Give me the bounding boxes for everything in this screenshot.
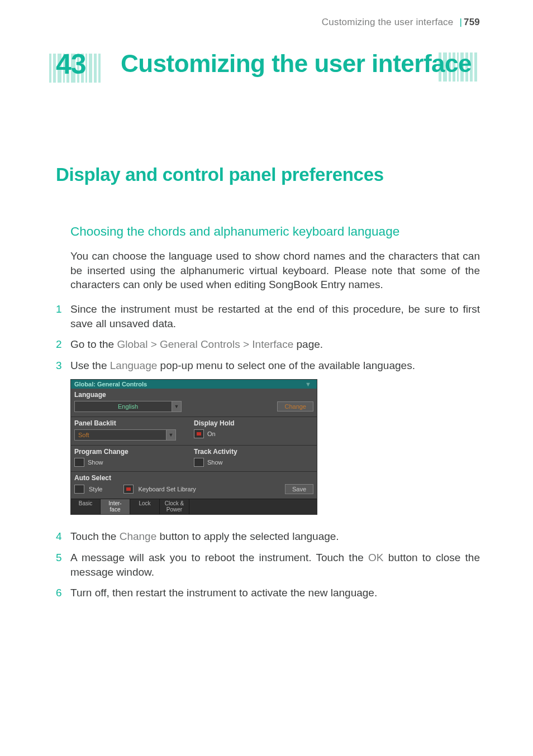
step-number: 4 [56, 529, 70, 544]
subsection-heading: Choosing the chords and alphanumeric key… [70, 224, 480, 239]
program-change-label: Program Change [74, 448, 194, 456]
auto-select-style-label: Style [89, 486, 102, 492]
chevron-down-icon: ▼ [166, 430, 175, 440]
step-text: A message will ask you to reboot the ins… [70, 551, 480, 579]
change-button[interactable]: Change [277, 401, 313, 412]
panel-backlit-label: Panel Backlit [74, 419, 194, 427]
step-1: 1 Since the instrument must be restarted… [56, 302, 480, 331]
track-activity-label: Track Activity [194, 448, 313, 456]
display-hold-label: Display Hold [194, 419, 313, 427]
chapter-number: 43 [56, 50, 106, 78]
step-text: Since the instrument must be restarted a… [70, 302, 480, 331]
chapter-number-block: 43 [56, 50, 106, 86]
device-tabs: Basic Inter- face Lock Clock & Power [71, 499, 317, 514]
auto-select-kbd-label: Keyboard Set Library [138, 486, 196, 492]
track-activity-value: Show [207, 459, 223, 466]
running-header-divider: | [459, 17, 462, 27]
display-hold-value: On [207, 430, 216, 437]
section-heading: Display and control panel preferences [56, 164, 480, 185]
dropdown-icon[interactable]: ▼ [305, 381, 313, 387]
auto-select-style-checkbox[interactable] [74, 485, 84, 494]
track-activity-checkbox[interactable] [194, 458, 204, 467]
step-number: 1 [56, 302, 70, 331]
panel-backlit-value: Soft [78, 432, 89, 438]
save-button[interactable]: Save [285, 484, 313, 494]
device-title-text: Global: General Controls [74, 381, 147, 387]
auto-select-kbd-checkbox[interactable] [123, 485, 134, 494]
backlit-display-section: Panel Backlit Soft ▼ Display Hold On [71, 417, 317, 446]
page-number: 759 [464, 17, 480, 27]
panel-backlit-dropdown[interactable]: Soft ▼ [74, 429, 176, 441]
step-3: 3 Use the Language pop-up menu to select… [56, 358, 480, 373]
tab-clock-power[interactable]: Clock & Power [160, 499, 189, 514]
auto-select-section: Auto Select Style Keyboard Set Library S… [71, 472, 317, 499]
step-5: 5 A message will ask you to reboot the i… [56, 551, 480, 579]
intro-paragraph: You can choose the language used to show… [70, 249, 480, 292]
running-header-title: Customizing the user interface [322, 17, 454, 27]
step-number: 6 [56, 586, 70, 600]
device-body: Language English ▼ Change Panel Backlit … [71, 389, 317, 514]
program-change-checkbox[interactable] [74, 458, 84, 467]
device-titlebar: Global: General Controls ▼ [71, 380, 317, 389]
tab-lock[interactable]: Lock [130, 499, 160, 514]
step-6: 6 Turn off, then restart the instrument … [56, 586, 480, 600]
menu-path: Change [120, 530, 157, 542]
step-text: Use the Language pop-up menu to select o… [70, 358, 480, 373]
chevron-down-icon: ▼ [172, 401, 181, 412]
document-page: Customizing the user interface |759 43 C… [0, 0, 533, 756]
language-label: Language [74, 391, 313, 399]
chapter-heading: 43 Customizing the user interface [56, 50, 480, 86]
step-text: Go to the Global > General Controls > In… [70, 337, 480, 352]
tab-interface[interactable]: Inter- face [101, 499, 130, 514]
program-track-section: Program Change Show Track Activity Show [71, 446, 317, 472]
step-number: 2 [56, 337, 70, 352]
step-4: 4 Touch the Change button to apply the s… [56, 529, 480, 544]
language-value: English [118, 403, 138, 410]
menu-path: Global > General Controls > Interface [117, 338, 293, 350]
display-hold-checkbox[interactable] [194, 429, 204, 438]
step-number: 3 [56, 358, 70, 373]
menu-path: OK [368, 552, 383, 563]
tab-basic[interactable]: Basic [71, 499, 101, 514]
auto-select-label: Auto Select [74, 474, 313, 482]
device-screenshot: Global: General Controls ▼ Language Engl… [70, 379, 317, 515]
step-2: 2 Go to the Global > General Controls > … [56, 337, 480, 352]
chapter-title: Customizing the user interface [121, 50, 472, 77]
step-number: 5 [56, 551, 70, 579]
step-text: Touch the Change button to apply the sel… [70, 529, 480, 544]
menu-path: Language [110, 360, 158, 371]
step-text: Turn off, then restart the instrument to… [70, 586, 480, 600]
running-header: Customizing the user interface |759 [56, 17, 480, 28]
language-section: Language English ▼ Change [71, 389, 317, 417]
program-change-value: Show [88, 459, 103, 466]
language-dropdown[interactable]: English ▼ [74, 401, 182, 412]
